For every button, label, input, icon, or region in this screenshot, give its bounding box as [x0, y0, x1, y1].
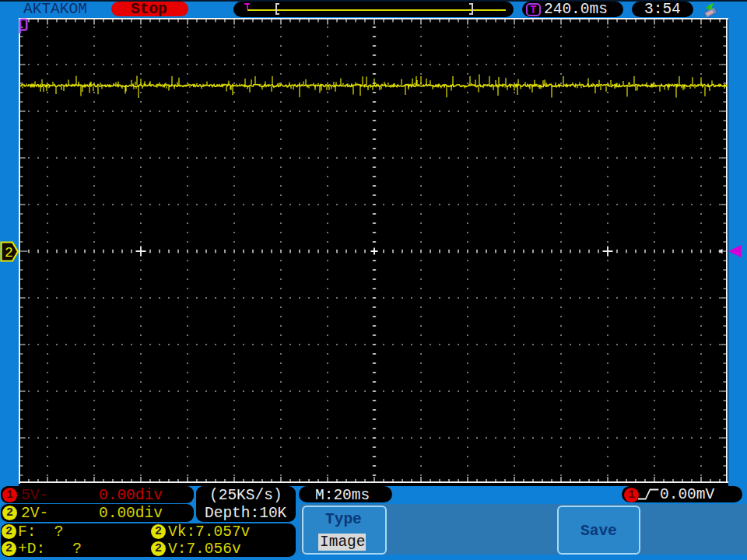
svg-text:2: 2: [5, 245, 13, 261]
